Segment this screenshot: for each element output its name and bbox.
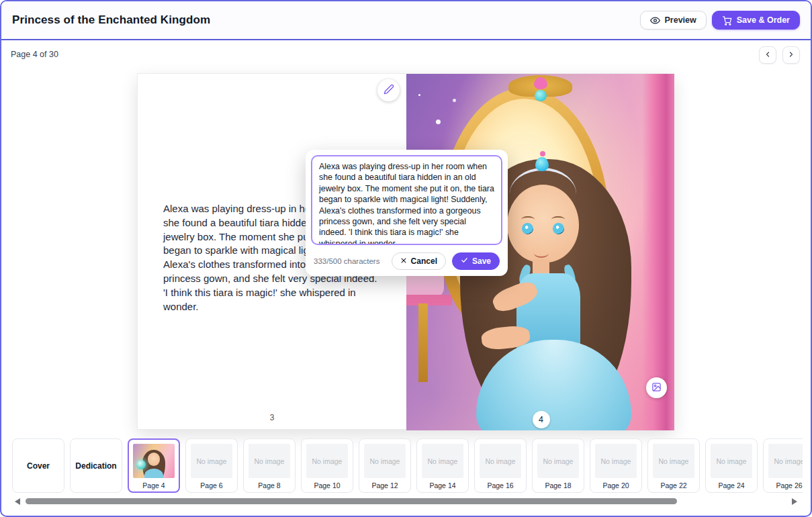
scrollbar-thumb[interactable] bbox=[26, 498, 677, 504]
cart-icon bbox=[722, 15, 732, 26]
no-image-placeholder: No image bbox=[480, 444, 521, 478]
right-page-number-badge: 4 bbox=[533, 411, 550, 428]
scroll-right-arrow[interactable] bbox=[792, 498, 797, 505]
thumbnail-page-20[interactable]: No imagePage 20 bbox=[590, 438, 642, 493]
thumbnail-label: Dedication bbox=[75, 461, 116, 471]
next-page-button[interactable] bbox=[782, 46, 800, 64]
scroll-left-arrow[interactable] bbox=[15, 498, 20, 505]
thumbnail-label: Page 26 bbox=[776, 481, 802, 489]
no-image-placeholder: No image bbox=[191, 444, 232, 478]
thumbnail-label: Page 22 bbox=[660, 481, 686, 489]
thumbnail-cover[interactable]: Cover bbox=[12, 438, 64, 493]
thumbnail-label: Page 16 bbox=[487, 481, 513, 489]
thumbnail-dedication[interactable]: Dedication bbox=[70, 438, 122, 493]
header-actions: Preview Save & Order bbox=[640, 11, 800, 30]
thumbnail-page-10[interactable]: No imagePage 10 bbox=[301, 438, 353, 493]
thumbnail-label: Page 14 bbox=[429, 481, 455, 489]
no-image-placeholder: No image bbox=[537, 444, 579, 478]
cancel-label: Cancel bbox=[411, 256, 437, 266]
image-icon bbox=[651, 382, 662, 394]
thumbnail-label: Page 20 bbox=[602, 481, 629, 489]
no-image-placeholder: No image bbox=[306, 444, 348, 478]
no-image-placeholder: No image bbox=[422, 444, 463, 478]
thumbnail-label: Cover bbox=[27, 461, 50, 471]
prev-page-button[interactable] bbox=[759, 46, 776, 64]
header: Princess of the Enchanted Kingdom Previe… bbox=[1, 1, 811, 40]
cancel-button[interactable]: Cancel bbox=[392, 252, 446, 270]
popover-footer: 333/500 characters Cancel Save bbox=[311, 252, 502, 270]
thumbnail-page-26[interactable]: No imagePage 26 bbox=[763, 438, 803, 493]
chevron-left-icon bbox=[764, 50, 772, 60]
save-order-button[interactable]: Save & Order bbox=[712, 11, 800, 30]
preview-button[interactable]: Preview bbox=[640, 11, 707, 30]
close-icon bbox=[400, 256, 407, 266]
app-window: Princess of the Enchanted Kingdom Previe… bbox=[0, 0, 812, 517]
page-nav bbox=[759, 46, 800, 64]
chevron-right-icon bbox=[787, 50, 795, 60]
preview-label: Preview bbox=[665, 15, 696, 25]
thumbnail-label: Page 6 bbox=[200, 481, 222, 489]
eye-icon bbox=[650, 15, 660, 26]
pagination-row: Page 4 of 30 bbox=[1, 42, 811, 71]
no-image-placeholder: No image bbox=[711, 444, 752, 478]
pencil-icon bbox=[384, 84, 394, 97]
page-indicator: Page 4 of 30 bbox=[11, 50, 58, 59]
book-spread: Alexa was playing dress-up in her room w… bbox=[137, 73, 674, 430]
edit-image-button[interactable] bbox=[646, 377, 667, 398]
thumbnail-label: Page 12 bbox=[371, 481, 398, 489]
no-image-placeholder: No image bbox=[653, 444, 694, 478]
thumbnail-page-18[interactable]: No imagePage 18 bbox=[532, 438, 584, 493]
save-order-label: Save & Order bbox=[737, 15, 790, 25]
thumbnail-label: Page 24 bbox=[718, 481, 744, 489]
thumbnail-page-14[interactable]: No imagePage 14 bbox=[416, 438, 469, 493]
save-button[interactable]: Save bbox=[452, 252, 500, 270]
check-icon bbox=[461, 256, 468, 266]
thumbnail-label: Page 10 bbox=[314, 481, 340, 489]
character-counter: 333/500 characters bbox=[314, 257, 392, 265]
no-image-placeholder: No image bbox=[249, 444, 290, 478]
thumbnail-page-16[interactable]: No imagePage 16 bbox=[474, 438, 527, 493]
text-editor-popover: Alexa was playing dress-up in her room w… bbox=[306, 150, 508, 276]
thumbnail-strip: CoverDedicationPage 4No imagePage 6No im… bbox=[12, 438, 803, 493]
thumbnail-label: Page 8 bbox=[258, 481, 280, 489]
thumbnail-page-4[interactable]: Page 4 bbox=[128, 438, 180, 493]
no-image-placeholder: No image bbox=[768, 444, 803, 478]
thumbnail-page-6[interactable]: No imagePage 6 bbox=[185, 438, 238, 493]
book-title: Princess of the Enchanted Kingdom bbox=[12, 13, 210, 27]
thumbnail-label: Page 4 bbox=[142, 481, 165, 489]
thumbnail-page-12[interactable]: No imagePage 12 bbox=[359, 438, 411, 493]
thumbnail-page-22[interactable]: No imagePage 22 bbox=[647, 438, 700, 493]
story-textarea[interactable]: Alexa was playing dress-up in her room w… bbox=[311, 155, 502, 245]
thumbnail-label: Page 18 bbox=[545, 481, 571, 489]
no-image-placeholder: No image bbox=[364, 444, 406, 478]
thumbnail-page-8[interactable]: No imagePage 8 bbox=[243, 438, 296, 493]
save-label: Save bbox=[472, 256, 491, 266]
left-page-number: 3 bbox=[138, 413, 406, 422]
thumbnail-page-24[interactable]: No imagePage 24 bbox=[705, 438, 758, 493]
no-image-placeholder: No image bbox=[595, 444, 637, 478]
thumbnail-image bbox=[133, 444, 175, 478]
edit-text-button[interactable] bbox=[377, 79, 400, 101]
thumbnail-scrollbar bbox=[11, 497, 801, 506]
